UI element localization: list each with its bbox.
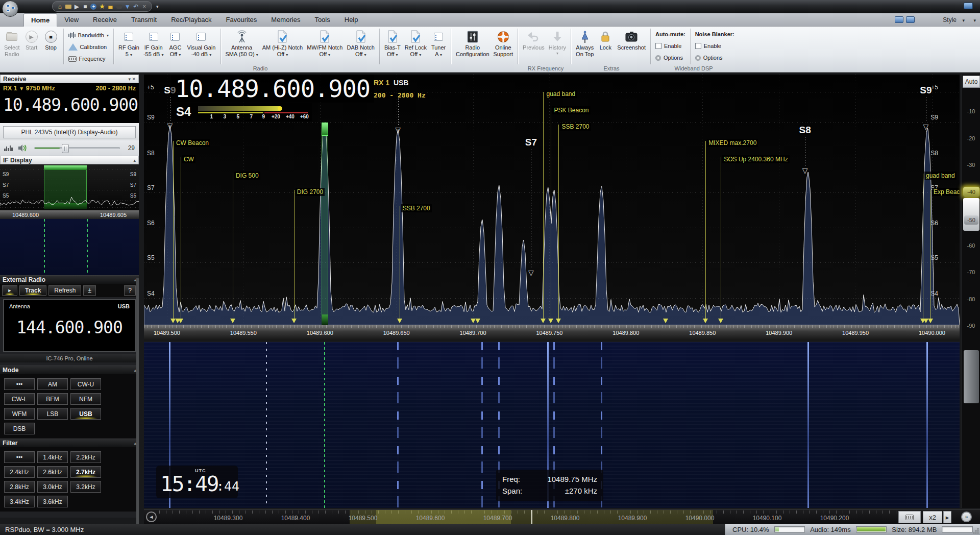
play-icon[interactable]: ▶ (74, 3, 80, 10)
history-button[interactable]: History ▾ (547, 28, 568, 65)
auto-mute-enable-checkbox[interactable]: Enable (653, 41, 688, 51)
mode-button-cwu[interactable]: CW-U (70, 378, 101, 390)
favourite-star-icon[interactable]: ★ (99, 3, 106, 10)
undo-icon[interactable]: ↶ (133, 3, 139, 10)
nav-zoom-more-button[interactable]: ▸ (943, 511, 951, 523)
if-spectrum[interactable]: S9S9S7S7S5S5 (0, 164, 139, 210)
tab-help[interactable]: Help (337, 13, 365, 27)
equalizer-icon[interactable] (4, 145, 13, 151)
external-radio-header[interactable]: External Radio ▴ (0, 275, 139, 284)
annotation-label[interactable]: guad band (924, 172, 957, 180)
filter-button-30khz[interactable]: 3.0kHz (37, 481, 68, 493)
window-icon-2[interactable] (906, 16, 915, 23)
sidebar-scrollbar[interactable] (136, 278, 139, 535)
tune-icon[interactable]: ▼ (124, 3, 131, 10)
mode-button-lsb[interactable]: LSB (37, 408, 68, 420)
annotation-label[interactable]: CW Beacon (175, 139, 210, 147)
style-chevron-icon[interactable]: ▾ (962, 18, 965, 23)
annotation-label[interactable]: SSB 2700 (401, 204, 432, 212)
annotation-label[interactable]: guad band (545, 90, 577, 98)
screenshot-button[interactable]: Screenshot (615, 28, 648, 65)
spectrum-range-strip[interactable]: Auto -10-20-30-40-50-60-70-80-90 (962, 75, 980, 508)
add-icon[interactable]: + (90, 3, 97, 10)
rf-gain-button[interactable]: RF Gain 5 ▾ (116, 28, 141, 65)
stop-button[interactable]: ■ Stop (41, 28, 61, 65)
noise-blanker-enable-checkbox[interactable]: Enable (693, 41, 737, 51)
select-radio-button[interactable]: SelectRadio (2, 28, 22, 65)
antenna-button[interactable]: Antenna SMA (50 Ω) ▾ (224, 28, 260, 65)
tuned-frequency-readout[interactable]: 10.489.600.900 (3, 95, 136, 115)
annotation-label[interactable]: DIG 2700 (296, 188, 325, 196)
rx-frequency-display[interactable]: RX 1 ▼ 9750 MHz 200 - 2800 Hz 10.489.600… (0, 83, 139, 123)
nav-center-frequency-marker[interactable] (531, 510, 532, 524)
tab-home[interactable]: Home (23, 13, 57, 27)
annotation-label[interactable]: MIXED max.2700 (707, 139, 758, 147)
tab-rec-playback[interactable]: Rec/Playback (164, 13, 218, 27)
bias-t-button[interactable]: Bias-T Off ▾ (382, 28, 403, 65)
offset-button[interactable]: ± (83, 285, 96, 296)
mwfm-notch-button[interactable]: MW/FM Notch Off ▾ (305, 28, 345, 65)
lo-frequency[interactable]: 9750 MHz (26, 85, 55, 92)
filter-button-14khz[interactable]: 1.4kHz (37, 451, 68, 463)
external-sync-button[interactable]: ► (2, 285, 17, 296)
range-active-value[interactable]: -40 (963, 187, 979, 197)
speaker-icon[interactable] (17, 144, 28, 152)
noise-blanker-options-button[interactable]: Options (693, 53, 737, 63)
track-button[interactable]: Track (19, 285, 46, 296)
frequency-button[interactable]: Frequency (66, 54, 111, 64)
mode-button-cwl[interactable]: CW-L (4, 393, 35, 405)
waterfall-tuned-line[interactable] (324, 342, 325, 508)
nav-zoom-button[interactable]: x2 (923, 511, 942, 523)
tab-memories[interactable]: Memories (264, 13, 307, 27)
mode-button-am[interactable]: AM (37, 378, 68, 390)
filter-button-34khz[interactable]: 3.4kHz (4, 496, 35, 507)
volume-slider-thumb[interactable] (62, 144, 69, 153)
close-x-icon[interactable]: × (141, 3, 148, 10)
mode-button-bfm[interactable]: BFM (37, 393, 68, 405)
range-slider-white[interactable] (963, 198, 979, 231)
resize-grip[interactable] (973, 528, 979, 534)
online-support-button[interactable]: OnlineSupport (492, 28, 516, 65)
bandwidth-button[interactable]: Bandwidth▾ (66, 30, 111, 40)
annotation-label[interactable]: PSK Beacon (552, 106, 590, 114)
audio-device-select[interactable]: PHL 243V5 (Intel(R) Display-Audio) (3, 126, 136, 138)
camera-icon[interactable] (116, 3, 122, 10)
visual-gain-button[interactable]: Visual Gain -40 dB ▾ (185, 28, 217, 65)
volume-slider[interactable] (34, 147, 120, 149)
annotation-label[interactable]: DIG 500 (234, 172, 260, 180)
lock-icon[interactable] (107, 3, 114, 10)
auto-mute-options-button[interactable]: Options (653, 53, 688, 63)
stop-icon[interactable]: ■ (82, 3, 89, 10)
filter-button-36khz[interactable]: 3.6kHz (37, 496, 68, 507)
annotation-label[interactable]: SSB 2700 (560, 123, 591, 131)
start-button[interactable]: ▶ Start (22, 28, 41, 65)
previous-button[interactable]: Previous (521, 28, 547, 65)
ribbon-collapse-icon[interactable]: ▾ (973, 18, 976, 23)
mode-panel-header[interactable]: Mode ▴ (0, 366, 139, 374)
external-radio-display[interactable]: Antenna USB 144.600.900 (3, 299, 136, 352)
nav-continue-button[interactable]: » (961, 512, 972, 522)
tab-favourites[interactable]: Favourites (219, 13, 264, 27)
always-on-top-button[interactable]: AlwaysOn Top (574, 28, 596, 65)
lock-button[interactable]: Lock (596, 28, 615, 65)
window-icon-1[interactable] (895, 16, 903, 23)
agc-button[interactable]: AGC Off ▾ (165, 28, 185, 65)
auto-range-button[interactable]: Auto (963, 76, 980, 88)
if-gain-button[interactable]: IF Gain -55 dB ▾ (141, 28, 166, 65)
annotation-label[interactable]: CW (182, 155, 195, 163)
tab-receive[interactable]: Receive (86, 13, 124, 27)
filter-button-32khz[interactable]: 3.2kHz (70, 481, 101, 493)
filter-button-27khz[interactable]: 2.7kHz (70, 466, 101, 478)
tuned-frequency-column[interactable] (322, 123, 328, 325)
signal-marker-icon[interactable]: ▽ (167, 121, 173, 130)
signal-marker-icon[interactable]: ▽ (802, 166, 808, 175)
annotation-label[interactable]: SOS Up 2400.360 MHz (722, 155, 789, 163)
mode-button-dsb[interactable]: DSB (4, 423, 35, 434)
radio-configuration-button[interactable]: RadioConfiguration (454, 28, 491, 65)
receive-panel-header[interactable]: Receive ▾ ✕ (0, 75, 139, 83)
spectrum-display[interactable]: +5+5S9S9S8S8S7S7S6S6S5S5S4S4CW BeaconCWD… (144, 75, 960, 341)
annotation-label[interactable]: Exp Beacon (932, 188, 960, 196)
external-frequency-readout[interactable]: 144.600.900 (4, 318, 135, 337)
mode-button-wfm[interactable]: WFM (4, 408, 35, 420)
window-style-icon[interactable] (964, 3, 973, 9)
